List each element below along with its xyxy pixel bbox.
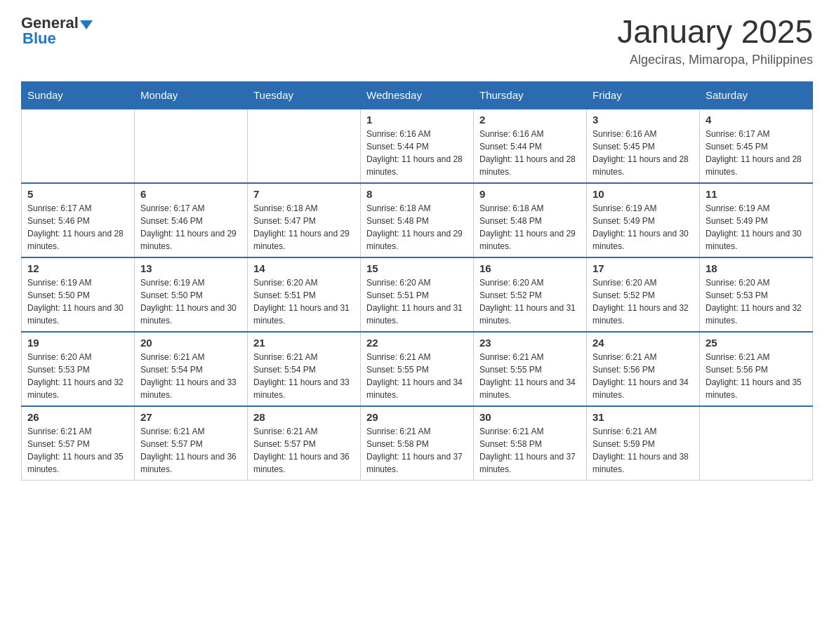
column-header-tuesday: Tuesday (248, 81, 361, 109)
day-info: Sunrise: 6:20 AMSunset: 5:52 PMDaylight:… (479, 276, 581, 327)
day-number: 7 (253, 188, 355, 200)
calendar-cell: 15Sunrise: 6:20 AMSunset: 5:51 PMDayligh… (361, 257, 474, 332)
calendar-cell: 7Sunrise: 6:18 AMSunset: 5:47 PMDaylight… (248, 183, 361, 257)
day-info: Sunrise: 6:18 AMSunset: 5:47 PMDaylight:… (253, 202, 355, 253)
calendar-cell: 4Sunrise: 6:17 AMSunset: 5:45 PMDaylight… (700, 109, 813, 183)
day-number: 20 (140, 337, 241, 349)
day-info: Sunrise: 6:20 AMSunset: 5:53 PMDaylight:… (27, 351, 128, 401)
day-info: Sunrise: 6:17 AMSunset: 5:45 PMDaylight:… (706, 128, 807, 178)
calendar-cell: 2Sunrise: 6:16 AMSunset: 5:44 PMDaylight… (474, 109, 587, 183)
calendar-cell: 18Sunrise: 6:20 AMSunset: 5:53 PMDayligh… (700, 257, 813, 332)
day-info: Sunrise: 6:21 AMSunset: 5:58 PMDaylight:… (366, 425, 468, 476)
day-info: Sunrise: 6:18 AMSunset: 5:48 PMDaylight:… (479, 202, 581, 253)
calendar-cell: 12Sunrise: 6:19 AMSunset: 5:50 PMDayligh… (22, 257, 135, 332)
calendar-cell (22, 109, 135, 183)
logo-arrow-icon (80, 20, 93, 29)
day-number: 28 (253, 411, 355, 423)
day-number: 24 (593, 337, 694, 349)
calendar-cell: 26Sunrise: 6:21 AMSunset: 5:57 PMDayligh… (22, 406, 135, 481)
day-number: 6 (140, 188, 241, 200)
day-info: Sunrise: 6:21 AMSunset: 5:57 PMDaylight:… (27, 425, 128, 476)
day-info: Sunrise: 6:19 AMSunset: 5:49 PMDaylight:… (706, 202, 807, 253)
calendar-title: January 2025 (617, 14, 813, 50)
calendar-cell (135, 109, 248, 183)
day-info: Sunrise: 6:20 AMSunset: 5:51 PMDaylight:… (366, 276, 468, 327)
calendar-cell: 27Sunrise: 6:21 AMSunset: 5:57 PMDayligh… (135, 406, 248, 481)
day-number: 22 (366, 337, 468, 349)
day-number: 12 (27, 262, 128, 274)
column-header-wednesday: Wednesday (361, 81, 474, 109)
title-area: January 2025 Algeciras, Mimaropa, Philip… (617, 14, 813, 67)
column-header-saturday: Saturday (700, 81, 813, 109)
calendar-cell: 20Sunrise: 6:21 AMSunset: 5:54 PMDayligh… (135, 332, 248, 406)
calendar-cell: 21Sunrise: 6:21 AMSunset: 5:54 PMDayligh… (248, 332, 361, 406)
day-number: 15 (366, 262, 468, 274)
day-number: 17 (593, 262, 694, 274)
day-number: 21 (253, 337, 355, 349)
calendar-cell: 24Sunrise: 6:21 AMSunset: 5:56 PMDayligh… (587, 332, 700, 406)
day-number: 10 (593, 188, 694, 200)
calendar-cell: 1Sunrise: 6:16 AMSunset: 5:44 PMDaylight… (361, 109, 474, 183)
calendar-cell: 19Sunrise: 6:20 AMSunset: 5:53 PMDayligh… (22, 332, 135, 406)
calendar-cell: 11Sunrise: 6:19 AMSunset: 5:49 PMDayligh… (700, 183, 813, 257)
column-header-monday: Monday (135, 81, 248, 109)
calendar-cell (248, 109, 361, 183)
calendar-cell: 9Sunrise: 6:18 AMSunset: 5:48 PMDaylight… (474, 183, 587, 257)
calendar-cell: 25Sunrise: 6:21 AMSunset: 5:56 PMDayligh… (700, 332, 813, 406)
day-info: Sunrise: 6:20 AMSunset: 5:52 PMDaylight:… (593, 276, 694, 327)
day-number: 3 (593, 114, 694, 126)
calendar-cell: 30Sunrise: 6:21 AMSunset: 5:58 PMDayligh… (474, 406, 587, 481)
day-info: Sunrise: 6:21 AMSunset: 5:54 PMDaylight:… (140, 351, 241, 401)
day-number: 2 (479, 114, 581, 126)
column-header-thursday: Thursday (474, 81, 587, 109)
day-info: Sunrise: 6:16 AMSunset: 5:44 PMDaylight:… (366, 128, 468, 178)
day-number: 9 (479, 188, 581, 200)
day-number: 11 (706, 188, 807, 200)
calendar-table: SundayMondayTuesdayWednesdayThursdayFrid… (21, 81, 813, 481)
week-row-4: 19Sunrise: 6:20 AMSunset: 5:53 PMDayligh… (22, 332, 813, 406)
day-number: 8 (366, 188, 468, 200)
day-info: Sunrise: 6:17 AMSunset: 5:46 PMDaylight:… (140, 202, 241, 253)
day-number: 25 (706, 337, 807, 349)
day-info: Sunrise: 6:20 AMSunset: 5:51 PMDaylight:… (253, 276, 355, 327)
day-info: Sunrise: 6:16 AMSunset: 5:44 PMDaylight:… (479, 128, 581, 178)
header-row: SundayMondayTuesdayWednesdayThursdayFrid… (22, 81, 813, 109)
day-number: 16 (479, 262, 581, 274)
calendar-cell: 14Sunrise: 6:20 AMSunset: 5:51 PMDayligh… (248, 257, 361, 332)
page-header: General Blue January 2025 Algeciras, Mim… (21, 14, 813, 67)
day-info: Sunrise: 6:21 AMSunset: 5:57 PMDaylight:… (140, 425, 241, 476)
day-info: Sunrise: 6:21 AMSunset: 5:58 PMDaylight:… (479, 425, 581, 476)
day-number: 18 (706, 262, 807, 274)
calendar-cell: 17Sunrise: 6:20 AMSunset: 5:52 PMDayligh… (587, 257, 700, 332)
day-number: 13 (140, 262, 241, 274)
calendar-cell: 10Sunrise: 6:19 AMSunset: 5:49 PMDayligh… (587, 183, 700, 257)
week-row-3: 12Sunrise: 6:19 AMSunset: 5:50 PMDayligh… (22, 257, 813, 332)
calendar-cell: 8Sunrise: 6:18 AMSunset: 5:48 PMDaylight… (361, 183, 474, 257)
logo: General Blue (21, 14, 93, 48)
calendar-cell: 5Sunrise: 6:17 AMSunset: 5:46 PMDaylight… (22, 183, 135, 257)
calendar-cell (700, 406, 813, 481)
day-info: Sunrise: 6:21 AMSunset: 5:56 PMDaylight:… (593, 351, 694, 401)
day-number: 26 (27, 411, 128, 423)
day-number: 1 (366, 114, 468, 126)
calendar-cell: 16Sunrise: 6:20 AMSunset: 5:52 PMDayligh… (474, 257, 587, 332)
day-info: Sunrise: 6:21 AMSunset: 5:56 PMDaylight:… (706, 351, 807, 401)
day-info: Sunrise: 6:17 AMSunset: 5:46 PMDaylight:… (27, 202, 128, 253)
week-row-2: 5Sunrise: 6:17 AMSunset: 5:46 PMDaylight… (22, 183, 813, 257)
day-number: 29 (366, 411, 468, 423)
day-info: Sunrise: 6:21 AMSunset: 5:59 PMDaylight:… (593, 425, 694, 476)
calendar-cell: 31Sunrise: 6:21 AMSunset: 5:59 PMDayligh… (587, 406, 700, 481)
calendar-cell: 28Sunrise: 6:21 AMSunset: 5:57 PMDayligh… (248, 406, 361, 481)
day-info: Sunrise: 6:20 AMSunset: 5:53 PMDaylight:… (706, 276, 807, 327)
column-header-sunday: Sunday (22, 81, 135, 109)
day-number: 14 (253, 262, 355, 274)
day-number: 23 (479, 337, 581, 349)
calendar-cell: 23Sunrise: 6:21 AMSunset: 5:55 PMDayligh… (474, 332, 587, 406)
calendar-cell: 3Sunrise: 6:16 AMSunset: 5:45 PMDaylight… (587, 109, 700, 183)
day-number: 4 (706, 114, 807, 126)
day-number: 27 (140, 411, 241, 423)
day-info: Sunrise: 6:21 AMSunset: 5:57 PMDaylight:… (253, 425, 355, 476)
day-info: Sunrise: 6:19 AMSunset: 5:50 PMDaylight:… (27, 276, 128, 327)
week-row-1: 1Sunrise: 6:16 AMSunset: 5:44 PMDaylight… (22, 109, 813, 183)
day-info: Sunrise: 6:21 AMSunset: 5:55 PMDaylight:… (479, 351, 581, 401)
